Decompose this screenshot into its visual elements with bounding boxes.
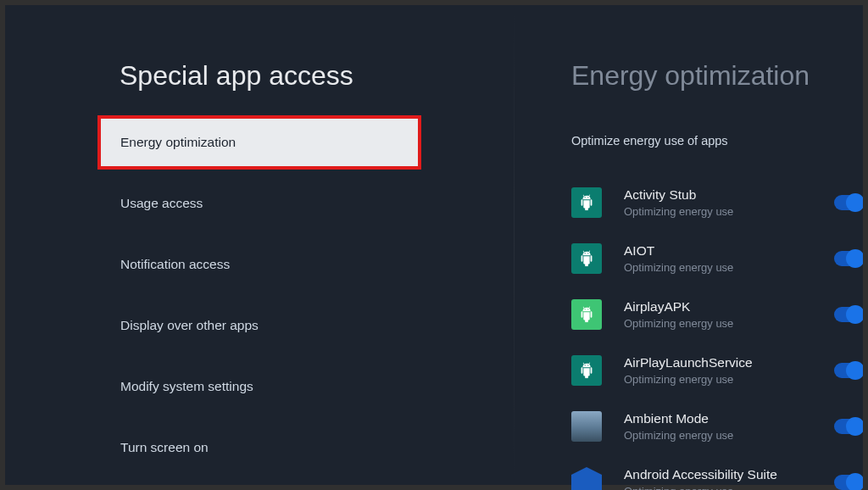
toggle-switch[interactable]: [834, 475, 863, 490]
app-row-android-accessibility-suite[interactable]: Android Accessibility Suite Optimizing e…: [571, 454, 863, 490]
app-status: Optimizing energy use: [624, 485, 834, 490]
app-name: Activity Stub: [624, 187, 834, 203]
menu-item-turn-screen-on[interactable]: Turn screen on: [97, 420, 421, 475]
toggle-switch[interactable]: [834, 195, 863, 210]
app-row-ambient-mode[interactable]: Ambient Mode Optimizing energy use: [571, 398, 863, 454]
app-text: Ambient Mode Optimizing energy use: [624, 411, 834, 442]
app-text: AirplayAPK Optimizing energy use: [624, 299, 834, 330]
accessibility-icon: [571, 467, 602, 490]
app-row-activity-stub[interactable]: Activity Stub Optimizing energy use: [571, 175, 863, 231]
android-icon: [571, 355, 602, 386]
right-panel: Energy optimization Optimize energy use …: [514, 5, 863, 485]
app-status: Optimizing energy use: [624, 261, 834, 274]
menu-item-label: Usage access: [120, 196, 203, 211]
app-status: Optimizing energy use: [624, 373, 834, 386]
left-title: Special app access: [120, 60, 514, 92]
app-row-aiot[interactable]: AIOT Optimizing energy use: [571, 231, 863, 287]
menu-item-label: Energy optimization: [120, 135, 236, 150]
right-subtitle: Optimize energy use of apps: [571, 134, 863, 148]
menu-item-label: Display over other apps: [120, 318, 259, 333]
app-row-airplaylaunchservice[interactable]: AirPlayLaunchService Optimizing energy u…: [571, 342, 863, 398]
android-icon: [571, 299, 602, 330]
toggle-switch[interactable]: [834, 251, 863, 266]
toggle-switch[interactable]: [834, 419, 863, 434]
menu-item-label: Modify system settings: [120, 379, 253, 394]
app-text: Activity Stub Optimizing energy use: [624, 187, 834, 218]
app-row-airplayapk[interactable]: AirplayAPK Optimizing energy use: [571, 287, 863, 342]
left-panel: Special app access Energy optimization U…: [5, 5, 514, 485]
app-name: Android Accessibility Suite: [624, 467, 834, 482]
app-name: Ambient Mode: [624, 411, 834, 426]
app-status: Optimizing energy use: [624, 429, 834, 442]
android-icon: [571, 243, 602, 274]
app-name: AIOT: [624, 243, 834, 259]
menu-item-display-over-other-apps[interactable]: Display over other apps: [97, 298, 421, 353]
settings-frame: Special app access Energy optimization U…: [5, 5, 863, 485]
apps-list: Activity Stub Optimizing energy use AIOT…: [571, 175, 863, 490]
menu-item-label: Turn screen on: [120, 440, 209, 455]
app-text: Android Accessibility Suite Optimizing e…: [624, 467, 834, 490]
app-text: AIOT Optimizing energy use: [624, 243, 834, 274]
toggle-switch[interactable]: [834, 363, 863, 378]
access-menu: Energy optimization Usage access Notific…: [5, 115, 514, 475]
toggle-switch[interactable]: [834, 307, 863, 322]
app-status: Optimizing energy use: [624, 205, 834, 218]
menu-item-energy-optimization[interactable]: Energy optimization: [97, 115, 421, 170]
menu-item-label: Notification access: [120, 257, 230, 272]
menu-item-notification-access[interactable]: Notification access: [97, 237, 421, 292]
right-title: Energy optimization: [571, 60, 863, 92]
menu-item-usage-access[interactable]: Usage access: [97, 176, 421, 231]
menu-item-modify-system-settings[interactable]: Modify system settings: [97, 359, 421, 414]
app-name: AirplayAPK: [624, 299, 834, 315]
photo-icon: [571, 411, 602, 442]
app-name: AirPlayLaunchService: [624, 355, 834, 370]
app-text: AirPlayLaunchService Optimizing energy u…: [624, 355, 834, 386]
app-status: Optimizing energy use: [624, 317, 834, 330]
android-icon: [571, 187, 602, 218]
